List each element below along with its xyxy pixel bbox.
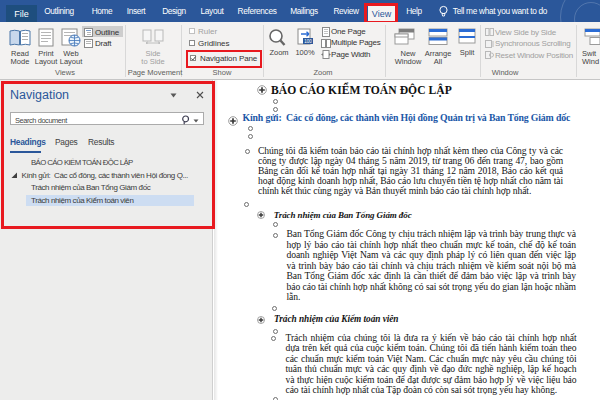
svg-text:100: 100 [304, 38, 312, 43]
